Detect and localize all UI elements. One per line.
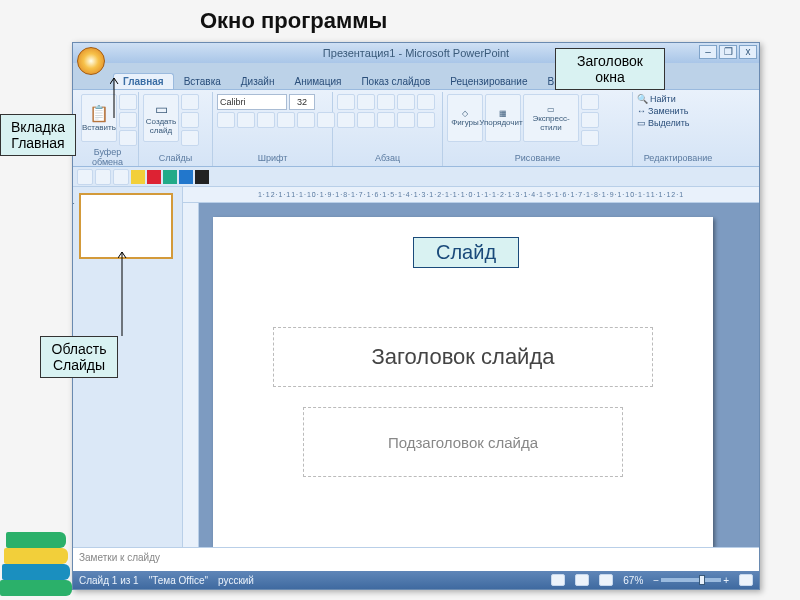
- callout-slides-area: Область Слайды: [40, 336, 118, 378]
- shape-outline-button[interactable]: [581, 112, 599, 128]
- title-placeholder[interactable]: Заголовок слайда: [273, 327, 653, 387]
- group-editing-label: Редактирование: [637, 152, 719, 164]
- tab-review[interactable]: Рецензирование: [440, 73, 537, 89]
- arrow-slides-area: [118, 248, 148, 340]
- status-bar: Слайд 1 из 1 "Тема Office" русский 67% −…: [73, 571, 759, 589]
- title-text: Презентация1 - Microsoft PowerPoint: [323, 47, 509, 59]
- zoom-out-button[interactable]: −: [653, 575, 659, 586]
- zoom-in-button[interactable]: +: [723, 575, 729, 586]
- tab-insert[interactable]: Вставка: [174, 73, 231, 89]
- shape-effects-button[interactable]: [581, 130, 599, 146]
- italic-button[interactable]: [237, 112, 255, 128]
- layout-button[interactable]: [181, 94, 199, 110]
- slide-canvas[interactable]: Слайд Заголовок слайда Подзаголовок слай…: [199, 203, 759, 547]
- view-sorter-button[interactable]: [575, 574, 589, 586]
- zoom-value: 67%: [623, 575, 643, 586]
- slide[interactable]: Слайд Заголовок слайда Подзаголовок слай…: [213, 217, 713, 547]
- arrange-button[interactable]: ▦Упорядочить: [485, 94, 521, 142]
- font-size-box[interactable]: 32: [289, 94, 315, 110]
- tab-design[interactable]: Дизайн: [231, 73, 285, 89]
- callout-slide: Слайд: [413, 237, 519, 268]
- fit-button[interactable]: [739, 574, 753, 586]
- app-window: Презентация1 - Microsoft PowerPoint – ❐ …: [72, 42, 760, 590]
- swatch-yellow[interactable]: [131, 170, 145, 184]
- callout-title-bar: Заголовок окна: [555, 48, 665, 90]
- office-button[interactable]: [77, 47, 105, 75]
- group-font-label: Шрифт: [217, 152, 328, 164]
- tab-animation[interactable]: Анимация: [284, 73, 351, 89]
- columns-button[interactable]: [417, 112, 435, 128]
- status-theme: "Тема Office": [149, 575, 208, 586]
- status-language[interactable]: русский: [218, 575, 254, 586]
- subtitle-placeholder[interactable]: Подзаголовок слайда: [303, 407, 623, 477]
- ts-btn-1[interactable]: [77, 169, 93, 185]
- shapes-button[interactable]: ◇Фигуры: [447, 94, 483, 142]
- reset-button[interactable]: [181, 112, 199, 128]
- replace-button[interactable]: ↔ Заменить: [637, 106, 688, 116]
- decorative-books: [0, 510, 80, 600]
- editor-pane: 1·12·1·11·1·10·1·9·1·8·1·7·1·6·1·5·1·4·1…: [183, 187, 759, 547]
- bullets-button[interactable]: [337, 94, 355, 110]
- work-area: 1·12·1·11·1·10·1·9·1·8·1·7·1·6·1·5·1·4·1…: [73, 187, 759, 547]
- notes-pane[interactable]: Заметки к слайду: [73, 547, 759, 571]
- group-clipboard-label: Буфер обмена: [81, 146, 134, 168]
- line-spacing-button[interactable]: [417, 94, 435, 110]
- align-left-button[interactable]: [337, 112, 355, 128]
- minimize-button[interactable]: –: [699, 45, 717, 59]
- page-heading: Окно программы: [200, 8, 387, 34]
- swatch-green[interactable]: [163, 170, 177, 184]
- indent-dec-button[interactable]: [377, 94, 395, 110]
- view-slideshow-button[interactable]: [599, 574, 613, 586]
- find-button[interactable]: 🔍 Найти: [637, 94, 676, 104]
- color-toolstrip: [73, 167, 759, 187]
- ribbon: 📋Вставить Буфер обмена ▭Создать слайд Сл…: [73, 89, 759, 167]
- view-normal-button[interactable]: [551, 574, 565, 586]
- maximize-button[interactable]: ❐: [719, 45, 737, 59]
- quick-styles-button[interactable]: ▭Экспресс-стили: [523, 94, 579, 142]
- horizontal-ruler: 1·12·1·11·1·10·1·9·1·8·1·7·1·6·1·5·1·4·1…: [183, 187, 759, 203]
- numbering-button[interactable]: [357, 94, 375, 110]
- strike-button[interactable]: [277, 112, 295, 128]
- ts-btn-2[interactable]: [95, 169, 111, 185]
- underline-button[interactable]: [257, 112, 275, 128]
- zoom-slider[interactable]: − +: [653, 575, 729, 586]
- swatch-blue[interactable]: [179, 170, 193, 184]
- status-slide-info: Слайд 1 из 1: [79, 575, 139, 586]
- format-painter-button[interactable]: [119, 130, 137, 146]
- justify-button[interactable]: [397, 112, 415, 128]
- ts-btn-3[interactable]: [113, 169, 129, 185]
- group-drawing-label: Рисование: [447, 152, 628, 164]
- group-slides-label: Слайды: [143, 152, 208, 164]
- delete-slide-button[interactable]: [181, 130, 199, 146]
- group-paragraph-label: Абзац: [337, 152, 438, 164]
- font-name-box[interactable]: Calibri: [217, 94, 287, 110]
- align-right-button[interactable]: [377, 112, 395, 128]
- shadow-button[interactable]: [297, 112, 315, 128]
- arrow-home-tab: [110, 72, 160, 122]
- swatch-black[interactable]: [195, 170, 209, 184]
- shape-fill-button[interactable]: [581, 94, 599, 110]
- tab-slideshow[interactable]: Показ слайдов: [351, 73, 440, 89]
- select-button[interactable]: ▭ Выделить: [637, 118, 690, 128]
- callout-home-tab: Вкладка Главная: [0, 114, 76, 156]
- indent-inc-button[interactable]: [397, 94, 415, 110]
- vertical-ruler: [183, 203, 199, 547]
- close-button[interactable]: x: [739, 45, 757, 59]
- bold-button[interactable]: [217, 112, 235, 128]
- align-center-button[interactable]: [357, 112, 375, 128]
- swatch-red[interactable]: [147, 170, 161, 184]
